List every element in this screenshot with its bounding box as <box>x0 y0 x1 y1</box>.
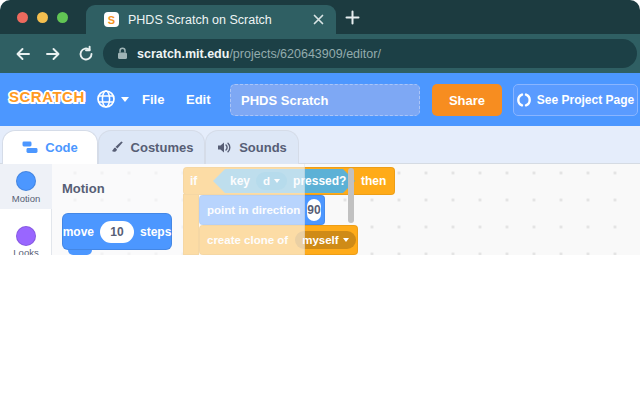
reload-icon[interactable] <box>76 44 95 63</box>
move-steps-block[interactable]: move 10 steps <box>62 213 172 250</box>
move-block-bottom-tab <box>68 250 92 255</box>
tab-costumes-label: Costumes <box>131 140 194 155</box>
url-path: /projects/620643909/editor/ <box>229 47 381 61</box>
chevron-down-icon <box>343 238 349 242</box>
close-tab-icon[interactable] <box>310 12 326 28</box>
paintbrush-icon <box>110 141 124 155</box>
editor-work-area: if key d pressed? then point in directio… <box>0 164 640 255</box>
see-project-page-label: See Project Page <box>537 93 634 107</box>
see-project-page-icon <box>517 93 531 107</box>
file-menu[interactable]: File <box>142 92 164 107</box>
chevron-down-icon <box>121 97 129 102</box>
steps-input[interactable]: 10 <box>100 221 134 243</box>
palette-scrollbar[interactable] <box>348 168 354 223</box>
forward-icon[interactable] <box>43 44 62 63</box>
direction-input[interactable]: 90 <box>307 199 320 221</box>
language-selector[interactable] <box>96 89 129 109</box>
browser-tab-bar: S PHDS Scratch on Scratch <box>0 0 640 34</box>
browser-tab[interactable]: S PHDS Scratch on Scratch <box>86 5 336 34</box>
lock-icon <box>117 47 128 60</box>
tab-sounds-label: Sounds <box>239 140 287 155</box>
code-blocks-icon <box>22 141 38 154</box>
steps-label: steps <box>140 225 171 239</box>
minimize-window-button[interactable] <box>37 12 48 23</box>
screenshot-root: S PHDS Scratch on Scratch scratch.mit.ed… <box>0 0 640 400</box>
tab-costumes[interactable]: Costumes <box>98 130 205 164</box>
category-looks-icon[interactable] <box>16 226 36 246</box>
close-window-button[interactable] <box>17 12 28 23</box>
clone-dropdown-value: myself <box>302 234 338 246</box>
tab-code[interactable]: Code <box>2 130 98 164</box>
browser-tab-title: PHDS Scratch on Scratch <box>128 13 310 27</box>
edit-menu[interactable]: Edit <box>186 92 211 107</box>
block-palette[interactable]: Motion move 10 steps <box>52 164 305 255</box>
scratch-favicon-icon: S <box>104 12 119 27</box>
move-label: move <box>63 225 94 239</box>
globe-icon <box>96 89 116 109</box>
new-tab-icon[interactable] <box>344 9 361 26</box>
editor-tab-band: Code Costumes Sounds <box>0 126 640 164</box>
speaker-icon <box>217 141 232 154</box>
scratch-header: SCRATCH File Edit Share See Project Page <box>0 73 640 126</box>
category-looks-label[interactable]: Looks <box>0 247 52 255</box>
address-bar[interactable]: scratch.mit.edu/projects/620643909/edito… <box>103 39 637 68</box>
tab-sounds[interactable]: Sounds <box>205 130 299 164</box>
scratch-logo[interactable]: SCRATCH <box>9 88 85 105</box>
share-button[interactable]: Share <box>432 84 502 116</box>
then-label: then <box>361 174 386 188</box>
url-domain: scratch.mit.edu <box>137 47 229 61</box>
category-motion-label[interactable]: Motion <box>0 193 52 204</box>
back-icon[interactable] <box>13 44 32 63</box>
zoom-window-button[interactable] <box>57 12 68 23</box>
category-motion-icon[interactable] <box>16 171 36 191</box>
category-sidebar: Motion Looks <box>0 164 52 255</box>
browser-toolbar: scratch.mit.edu/projects/620643909/edito… <box>0 34 640 73</box>
project-name-input[interactable] <box>230 84 420 116</box>
palette-category-header: Motion <box>62 181 105 196</box>
tab-code-label: Code <box>45 140 78 155</box>
see-project-page-button[interactable]: See Project Page <box>513 84 638 116</box>
url-text: scratch.mit.edu/projects/620643909/edito… <box>137 47 381 61</box>
